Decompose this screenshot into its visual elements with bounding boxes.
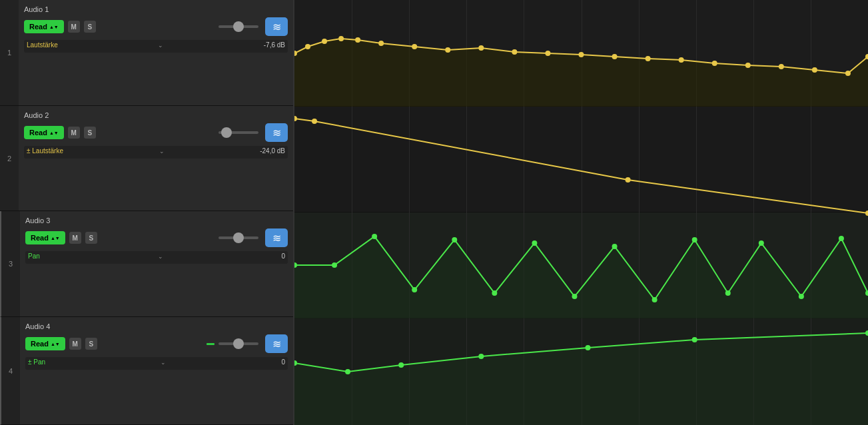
solo-button-4[interactable]: S	[85, 338, 97, 350]
fader-thumb-4[interactable]	[233, 338, 244, 349]
track-number-4: 4	[1, 317, 20, 424]
read-button-1[interactable]: Read ▲▼	[24, 20, 64, 33]
mute-button-1[interactable]: M	[68, 21, 80, 33]
solo-button-2[interactable]: S	[84, 127, 96, 139]
param-value-3: 0	[281, 252, 285, 260]
track-controls-3: Audio 3 Read ▲▼ M S ≋ Pan ⌄	[20, 211, 293, 316]
read-arrows-4: ▲▼	[51, 342, 60, 346]
param-label-2[interactable]: ± Lautstärke	[27, 147, 63, 155]
fader-track-3[interactable]	[218, 236, 258, 239]
fader-track-2[interactable]	[218, 131, 258, 134]
left-panel: 1 Audio 1 Read ▲▼ M S ≋ L	[0, 0, 293, 425]
param-value-1: -7,6 dB	[264, 41, 285, 49]
fader-thumb-2[interactable]	[221, 127, 232, 138]
param-row-2: ± Lautstärke ⌄ -24,0 dB	[24, 146, 288, 159]
track-name-2: Audio 2	[24, 111, 288, 119]
track-name-3: Audio 3	[25, 216, 288, 224]
fader-container-3	[218, 236, 258, 239]
fader-thumb-3[interactable]	[233, 232, 244, 243]
grid-v-8	[753, 0, 754, 425]
waveform-button-4[interactable]: ≋	[265, 334, 288, 353]
waveform-icon-4: ≋	[272, 338, 281, 350]
track-name-4: Audio 4	[25, 322, 288, 330]
mute-button-4[interactable]: M	[69, 338, 81, 350]
fader-container-1	[218, 25, 258, 28]
track-controls-4: Audio 4 Read ▲▼ M S ≋ ± P	[20, 317, 293, 424]
read-label-4: Read	[31, 340, 49, 348]
track-number-3: 3	[1, 211, 20, 316]
param-value-4: 0	[281, 358, 285, 366]
param-chevron-2[interactable]: ⌄	[159, 148, 165, 155]
fader-container-4	[207, 342, 258, 345]
grid-v-7	[696, 0, 697, 425]
param-chevron-4[interactable]: ⌄	[161, 359, 166, 366]
solo-button-3[interactable]: S	[85, 232, 97, 244]
param-row-4: ± Pan ⌄ 0	[25, 357, 288, 370]
waveform-button-3[interactable]: ≋	[265, 228, 288, 247]
param-row-1: Lautstärke ⌄ -7,6 dB	[24, 40, 288, 53]
read-arrows-3: ▲▼	[51, 236, 60, 240]
fader-track-4[interactable]	[218, 342, 258, 345]
read-label-1: Read	[29, 23, 47, 31]
waveform-button-1[interactable]: ≋	[265, 17, 288, 36]
right-panel	[294, 0, 868, 425]
solo-button-1[interactable]: S	[84, 21, 96, 33]
grid-v-6	[639, 0, 640, 425]
read-button-4[interactable]: Read ▲▼	[25, 337, 65, 350]
fader-track-1[interactable]	[218, 25, 258, 28]
param-chevron-3[interactable]: ⌄	[158, 253, 163, 260]
param-chevron-1[interactable]: ⌄	[158, 42, 163, 49]
read-label-2: Read	[29, 129, 47, 137]
read-button-3[interactable]: Read ▲▼	[25, 231, 65, 244]
fader-indicator-4	[207, 343, 215, 345]
track-row-1: 1 Audio 1 Read ▲▼ M S ≋ L	[0, 0, 293, 106]
track-number-2: 2	[0, 106, 19, 211]
param-row-3: Pan ⌄ 0	[25, 251, 288, 264]
track-controls-1: Audio 1 Read ▲▼ M S ≋ Lautstärke	[19, 0, 293, 105]
controls-row-1: Read ▲▼ M S ≋	[24, 17, 288, 36]
grid-v-9	[811, 0, 811, 425]
mute-button-2[interactable]: M	[68, 127, 80, 139]
grid-v-5	[582, 0, 582, 425]
fader-container-2	[218, 131, 258, 134]
param-label-4[interactable]: ± Pan	[28, 358, 45, 366]
param-label-1[interactable]: Lautstärke	[27, 41, 58, 49]
mute-button-3[interactable]: M	[69, 232, 81, 244]
grid-v-4	[524, 0, 524, 425]
track-name-1: Audio 1	[24, 5, 288, 13]
track-row-3: 3 Audio 3 Read ▲▼ M S ≋ P	[0, 211, 293, 317]
param-label-3[interactable]: Pan	[28, 252, 40, 260]
controls-row-4: Read ▲▼ M S ≋	[25, 334, 288, 353]
fader-thumb-1[interactable]	[233, 21, 244, 32]
track-controls-2: Audio 2 Read ▲▼ M S ≋ ± Lautstärke	[19, 106, 293, 211]
track-number-1: 1	[0, 0, 19, 105]
track-row-2: 2 Audio 2 Read ▲▼ M S ≋ ±	[0, 106, 293, 211]
read-button-2[interactable]: Read ▲▼	[24, 126, 64, 139]
waveform-icon-2: ≋	[272, 127, 281, 139]
read-arrows-1: ▲▼	[49, 25, 59, 29]
controls-row-2: Read ▲▼ M S ≋	[24, 123, 288, 142]
grid-v-2	[409, 0, 410, 425]
waveform-icon-1: ≋	[272, 21, 281, 33]
read-arrows-2: ▲▼	[49, 131, 59, 135]
grid-v-3	[466, 0, 467, 425]
grid-v-1	[352, 0, 352, 425]
waveform-icon-3: ≋	[272, 232, 281, 244]
param-value-2: -24,0 dB	[260, 147, 285, 155]
track-row-4: 4 Audio 4 Read ▲▼ M S ≋	[0, 317, 293, 425]
controls-row-3: Read ▲▼ M S ≋	[25, 228, 288, 247]
read-label-3: Read	[31, 234, 49, 242]
waveform-button-2[interactable]: ≋	[265, 123, 288, 142]
